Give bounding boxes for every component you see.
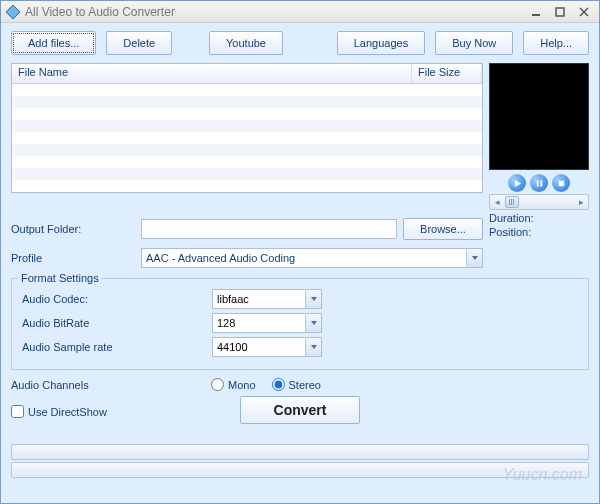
audio-sample-rate-label: Audio Sample rate: [22, 341, 212, 353]
pause-button[interactable]: [530, 174, 548, 192]
audio-codec-label: Audio Codec:: [22, 293, 212, 305]
chevron-down-icon: [305, 314, 321, 332]
output-folder-input[interactable]: [141, 219, 397, 239]
chevron-down-icon: [305, 290, 321, 308]
toolbar: Add files... Delete Youtube Languages Bu…: [11, 31, 589, 55]
chevron-down-icon: [466, 249, 482, 267]
add-files-button[interactable]: Add files...: [11, 31, 96, 55]
mono-radio[interactable]: Mono: [211, 378, 256, 391]
svg-rect-1: [532, 14, 540, 16]
seek-thumb[interactable]: [505, 196, 519, 208]
browse-button[interactable]: Browse...: [403, 218, 483, 240]
minimize-button[interactable]: [525, 3, 547, 20]
buy-now-button[interactable]: Buy Now: [435, 31, 513, 55]
preview-screen: [489, 63, 589, 170]
file-list-rows[interactable]: [12, 84, 482, 192]
svg-marker-0: [6, 5, 20, 19]
stop-button[interactable]: [552, 174, 570, 192]
help-button[interactable]: Help...: [523, 31, 589, 55]
svg-rect-7: [540, 180, 542, 186]
svg-rect-2: [556, 8, 564, 16]
audio-channels-label: Audio Channels: [11, 379, 211, 391]
column-file-size[interactable]: File Size: [412, 64, 482, 83]
window-title: All Video to Audio Converter: [25, 5, 523, 19]
duration-label: Duration:: [489, 212, 589, 224]
progress-bar-1: [11, 444, 589, 460]
convert-button[interactable]: Convert: [240, 396, 360, 424]
maximize-button[interactable]: [549, 3, 571, 20]
format-settings-group: Format Settings Audio Codec: libfaac Aud…: [11, 278, 589, 370]
svg-marker-5: [514, 179, 520, 186]
progress-bar-2: [11, 462, 589, 478]
languages-button[interactable]: Languages: [337, 31, 425, 55]
audio-bitrate-label: Audio BitRate: [22, 317, 212, 329]
svg-rect-8: [558, 180, 563, 185]
audio-bitrate-select[interactable]: 128: [212, 313, 322, 333]
stereo-radio[interactable]: Stereo: [272, 378, 321, 391]
profile-select[interactable]: AAC - Advanced Audio Coding: [141, 248, 483, 268]
profile-value: AAC - Advanced Audio Coding: [142, 252, 466, 264]
position-label: Position:: [489, 226, 589, 238]
youtube-button[interactable]: Youtube: [209, 31, 283, 55]
file-list[interactable]: File Name File Size: [11, 63, 483, 193]
seek-left-icon[interactable]: ◂: [490, 197, 504, 207]
play-button[interactable]: [508, 174, 526, 192]
svg-rect-6: [536, 180, 538, 186]
app-icon: [5, 4, 21, 20]
chevron-down-icon: [305, 338, 321, 356]
seek-right-icon[interactable]: ▸: [574, 197, 588, 207]
profile-label: Profile: [11, 252, 141, 264]
close-button[interactable]: [573, 3, 595, 20]
titlebar: All Video to Audio Converter: [1, 1, 599, 23]
format-settings-legend: Format Settings: [18, 272, 102, 284]
seek-bar[interactable]: ◂ ▸: [489, 194, 589, 210]
output-folder-label: Output Folder:: [11, 223, 141, 235]
audio-codec-select[interactable]: libfaac: [212, 289, 322, 309]
delete-button[interactable]: Delete: [106, 31, 172, 55]
column-file-name[interactable]: File Name: [12, 64, 412, 83]
audio-sample-rate-select[interactable]: 44100: [212, 337, 322, 357]
